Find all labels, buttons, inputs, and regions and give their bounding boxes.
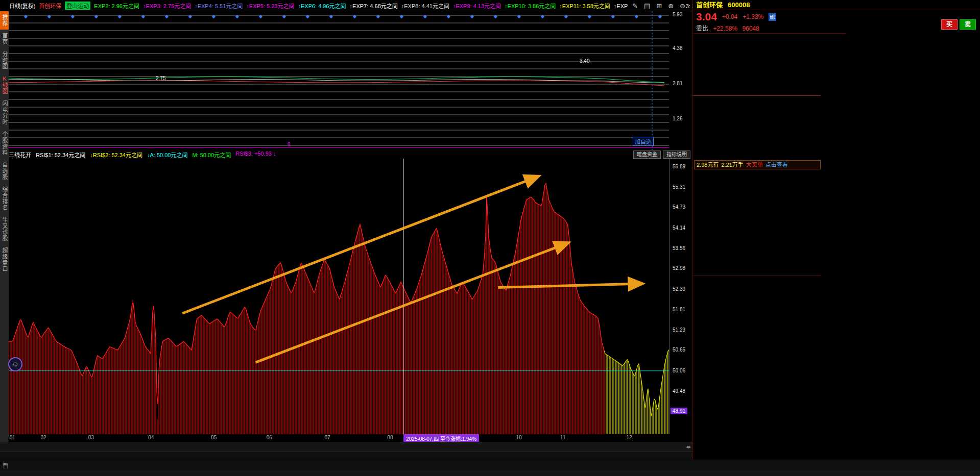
svg-text:◆: ◆ xyxy=(47,14,51,19)
sidebar-item-super-level2[interactable]: 超级盘口 xyxy=(0,244,9,275)
zoom-in-icon[interactable]: ⊕ xyxy=(668,2,674,10)
add-watchlist-button[interactable]: 加自选 xyxy=(633,137,654,146)
mode-badge[interactable]: 登山运动 xyxy=(65,2,90,10)
svg-text:◆: ◆ xyxy=(423,14,427,19)
current-value-tag: 48.91 xyxy=(671,408,687,414)
notice-view-link[interactable]: 点击查看 xyxy=(766,161,788,169)
sidebar-item-flash-intraday[interactable]: 闪电分时 xyxy=(0,97,9,128)
month-label-04: 04 xyxy=(148,435,154,440)
svg-text:◆: ◆ xyxy=(353,14,356,19)
exp-indicator-8: ↑EXP8: 4.41元之间 xyxy=(401,2,449,10)
sidebar-item-ranking[interactable]: 综合排名 xyxy=(0,183,9,214)
basket-icon[interactable]: ⊞ xyxy=(656,2,662,10)
rsi-chart-svg[interactable] xyxy=(9,159,670,434)
sidebar-item-recommend[interactable]: 推荐 xyxy=(0,11,9,30)
month-label-08: 08 xyxy=(387,435,393,440)
buy-button[interactable]: 买 xyxy=(941,19,958,30)
month-label-03: 03 xyxy=(88,435,94,440)
svg-text:◆: ◆ xyxy=(541,14,544,19)
rsi-values: RSI$1: 52.34元之间↓RSI$2: 52.34元之间↓A: 50.00… xyxy=(36,151,276,159)
margin-badge: 融 xyxy=(769,13,776,21)
rsi-value-4: M: 50.00元之间 xyxy=(192,151,231,159)
month-label-11: 11 xyxy=(560,435,565,440)
month-label-05: 05 xyxy=(211,435,217,440)
rsi-value-2: ↓RSI$2: 52.34元之间 xyxy=(90,151,142,159)
svg-text:◆: ◆ xyxy=(235,14,239,19)
news-tabs-row xyxy=(0,451,692,460)
rsi-axis-label: 51.23 xyxy=(673,327,685,333)
svg-text:◆: ◆ xyxy=(259,14,262,19)
trading-app: 日线(复权) 首创环保 登山运动 EXP2: 2.96元之间↑EXP3: 2.7… xyxy=(0,0,980,476)
tick-trade-list[interactable] xyxy=(693,275,822,455)
quote-panel: 首创环保600008 3.04 +0.04 +1.33% 融 委比 +22.58… xyxy=(692,0,980,460)
exp-indicator-10: ↑EXP10: 3.86元之间 xyxy=(505,2,556,10)
weibi-row: 委比 +22.58% 96048 xyxy=(693,23,846,34)
notice-volume: 2.21万手 xyxy=(721,161,743,169)
big-order-notice: 2.98元有 2.21万手 大买单 点击查看 xyxy=(694,160,821,169)
quote-stock-code: 600008 xyxy=(728,1,750,9)
rsi-axis-label: 52.39 xyxy=(673,286,685,292)
price-change-pct: +1.33% xyxy=(743,13,763,20)
kline-axis-label: 4.38 xyxy=(673,45,682,51)
indicator-help-button[interactable]: 指标说明 xyxy=(663,151,690,159)
svg-text:◆: ◆ xyxy=(588,14,591,19)
month-label-06: 06 xyxy=(267,435,272,440)
svg-text:◆: ◆ xyxy=(306,14,309,19)
last-price: 3.04 xyxy=(696,11,717,23)
svg-text:◆: ◆ xyxy=(188,14,192,19)
quote-stock-name: 首创环保 xyxy=(696,1,723,9)
svg-text:◆: ◆ xyxy=(24,14,28,19)
weibi-value: +22.58% xyxy=(713,25,737,32)
sidebar-item-kline[interactable]: K线图 xyxy=(0,72,9,97)
sidebar-item-intraday[interactable]: 分时图 xyxy=(0,48,9,72)
index-status-bar: ▤ xyxy=(0,460,980,470)
rsi-header-bar: 三线花开 RSI$1: 52.34元之间↓RSI$2: 52.34元之间↓A: … xyxy=(9,150,692,159)
tabs-scroll-arrows[interactable]: ◂▸ xyxy=(686,442,691,451)
rsi-axis-label: 50.06 xyxy=(673,368,685,373)
month-label-01: 01 xyxy=(10,435,15,440)
rsi-axis-label: 53.56 xyxy=(673,245,685,251)
rsi-axis-label: 54.73 xyxy=(673,204,685,210)
dark-pool-funds-button[interactable]: 暗盘资金 xyxy=(633,151,661,159)
rsi-value-5: RSI$3: +50.93 ↓ xyxy=(235,151,276,159)
rsi-value-1: RSI$1: 52.34元之间 xyxy=(36,151,85,159)
sidebar-item-stock-info[interactable]: 个股资料 xyxy=(0,128,9,159)
month-label-02: 02 xyxy=(41,435,46,440)
sidebar-item-diagnosis[interactable]: 牛叉诊股 xyxy=(0,214,9,244)
kline-price-annotation-2: 2.75 xyxy=(156,76,165,81)
menu-icon[interactable]: ▤ xyxy=(3,462,8,469)
exp-indicator-6: ↑EXP6: 4.96元之间 xyxy=(298,2,346,10)
month-label-10: 10 xyxy=(516,435,521,440)
pencil-icon[interactable]: ✎ xyxy=(632,2,638,10)
svg-text:◆: ◆ xyxy=(141,14,145,19)
stock-name-label: 首创环保 xyxy=(39,2,61,10)
svg-text:◆: ◆ xyxy=(611,14,615,19)
kline-panel[interactable]: 3.40 2.75 q 加自选 ◆◆◆◆◆◆◆◆◆◆◆◆◆◆◆◆◆◆◆◆◆◆◆◆… xyxy=(9,11,692,150)
order-book xyxy=(693,34,836,159)
rsi-axis-label: 55.89 xyxy=(673,164,685,169)
quote-stock-header: 首创环保600008 xyxy=(693,0,980,10)
svg-text:◆: ◆ xyxy=(635,14,638,19)
trade-buttons: 买 卖 xyxy=(941,19,976,30)
rsi-axis-label: 50.65 xyxy=(673,347,685,353)
kline-chart-svg[interactable]: ◆◆◆◆◆◆◆◆◆◆◆◆◆◆◆◆◆◆◆◆◆◆◆◆◆◆◆◆ xyxy=(9,11,669,150)
svg-text:◆: ◆ xyxy=(165,14,169,19)
sell-button[interactable]: 卖 xyxy=(960,19,976,30)
svg-text:◆: ◆ xyxy=(658,14,662,19)
period-label[interactable]: 日线(复权) xyxy=(9,2,35,10)
rsi-chart-panel[interactable]: 48.91 55.8955.3154.7354.1453.5652.9852.3… xyxy=(9,159,692,434)
sidebar-item-home[interactable]: 首页 xyxy=(0,30,9,48)
zoom-out-icon[interactable]: ⊖ xyxy=(680,2,685,10)
rsi-axis-label: 52.98 xyxy=(673,265,685,271)
svg-text:◆: ◆ xyxy=(564,14,568,19)
rsi-axis-label: 54.14 xyxy=(673,225,685,231)
svg-text:◆: ◆ xyxy=(329,14,333,19)
top-indicator-bar: 日线(复权) 首创环保 登山运动 EXP2: 2.96元之间↑EXP3: 2.7… xyxy=(0,0,692,11)
kline-axis-label: 2.81 xyxy=(673,81,682,86)
panel-icon[interactable]: ▤ xyxy=(644,2,650,10)
sidebar-item-watchlist[interactable]: 自选股 xyxy=(0,159,9,183)
svg-text:◆: ◆ xyxy=(118,14,122,19)
assistant-icon[interactable]: ☺ xyxy=(8,357,22,371)
quote-stats xyxy=(693,171,822,271)
rsi-axis-label: 51.81 xyxy=(673,307,685,312)
